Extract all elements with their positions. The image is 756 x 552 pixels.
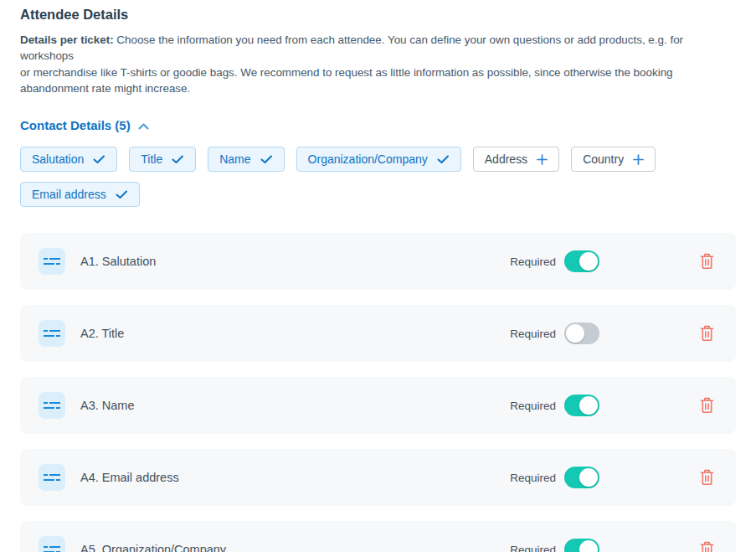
chip-name[interactable]: Name (208, 147, 284, 172)
chip-label: Title (141, 152, 162, 166)
drag-handle-icon[interactable] (39, 536, 65, 552)
intro-bold-label: Details per ticket: (20, 34, 114, 46)
chip-label: Name (219, 152, 250, 166)
check-icon (260, 155, 273, 164)
required-label: Required (510, 400, 556, 412)
field-label: A3. Name (80, 399, 510, 412)
contact-details-header[interactable]: Contact Details (5) (20, 118, 149, 132)
intro-text: Details per ticket: Choose the informati… (20, 32, 736, 96)
chip-label: Address (485, 152, 527, 166)
chip-organization-company[interactable]: Organization/Company (296, 147, 461, 172)
toggle-knob (579, 396, 598, 415)
required-label: Required (510, 544, 556, 552)
drag-handle-icon[interactable] (39, 248, 65, 275)
trash-icon (700, 253, 714, 270)
toggle-knob (579, 468, 598, 487)
chip-label: Salutation (32, 152, 84, 166)
chip-email-address[interactable]: Email address (20, 182, 140, 207)
chip-address[interactable]: Address (473, 147, 559, 172)
plus-icon (633, 154, 644, 165)
chip-label: Organization/Company (308, 152, 428, 166)
drag-handle-icon[interactable] (39, 464, 65, 491)
drag-handle-icon[interactable] (39, 392, 65, 419)
required-toggle[interactable] (564, 322, 599, 344)
toggle-knob (579, 252, 598, 271)
required-toggle[interactable] (564, 539, 599, 552)
delete-button[interactable] (699, 397, 714, 414)
attendee-field-list: A1. Salutation Required A2. Title Requir… (20, 233, 736, 552)
delete-button[interactable] (699, 541, 714, 552)
check-icon (437, 155, 450, 164)
trash-icon (700, 397, 714, 414)
required-toggle[interactable] (564, 250, 599, 272)
field-row-name: A3. Name Required (20, 377, 736, 434)
chip-label: Email address (32, 188, 106, 201)
drag-handle-icon[interactable] (39, 320, 65, 347)
check-icon (93, 155, 105, 164)
required-toggle[interactable] (564, 395, 599, 416)
check-icon (172, 155, 184, 164)
field-label: A4. Email address (80, 471, 510, 484)
page-title: Attendee Details (20, 7, 736, 22)
toggle-knob (579, 540, 598, 552)
intro-line-2: or merchandise like T-shirts or goodie b… (20, 66, 673, 79)
required-label: Required (510, 472, 556, 484)
field-label: A5. Organization/Company (80, 543, 510, 552)
intro-line-1: Choose the information you need from eac… (20, 34, 683, 62)
required-label: Required (510, 328, 556, 340)
chip-title[interactable]: Title (129, 147, 196, 172)
trash-icon (700, 541, 714, 552)
toggle-knob (566, 324, 584, 343)
chevron-up-icon[interactable] (138, 123, 149, 130)
trash-icon (700, 325, 714, 342)
field-row-organization-company: A5. Organization/Company Required (20, 521, 736, 552)
chip-salutation[interactable]: Salutation (20, 147, 117, 172)
plus-icon (537, 154, 548, 165)
field-row-email-address: A4. Email address Required (20, 449, 736, 506)
chip-country[interactable]: Country (571, 147, 656, 172)
field-label: A1. Salutation (80, 255, 510, 268)
contact-detail-chips: Salutation Title Name Organization/Compa… (20, 147, 736, 207)
field-row-title: A2. Title Required (20, 305, 736, 362)
delete-button[interactable] (699, 325, 714, 342)
intro-line-3: abandonment rate might increase. (20, 82, 190, 95)
required-toggle[interactable] (564, 467, 599, 488)
attendee-details-panel: Attendee Details Details per ticket: Cho… (0, 0, 756, 552)
field-label: A2. Title (80, 327, 510, 340)
delete-button[interactable] (699, 469, 714, 486)
contact-details-title: Contact Details (5) (20, 118, 131, 132)
trash-icon (700, 469, 714, 486)
check-icon (116, 190, 128, 199)
field-row-salutation: A1. Salutation Required (20, 233, 736, 290)
delete-button[interactable] (699, 253, 714, 270)
chip-label: Country (583, 152, 624, 166)
required-label: Required (510, 255, 556, 268)
